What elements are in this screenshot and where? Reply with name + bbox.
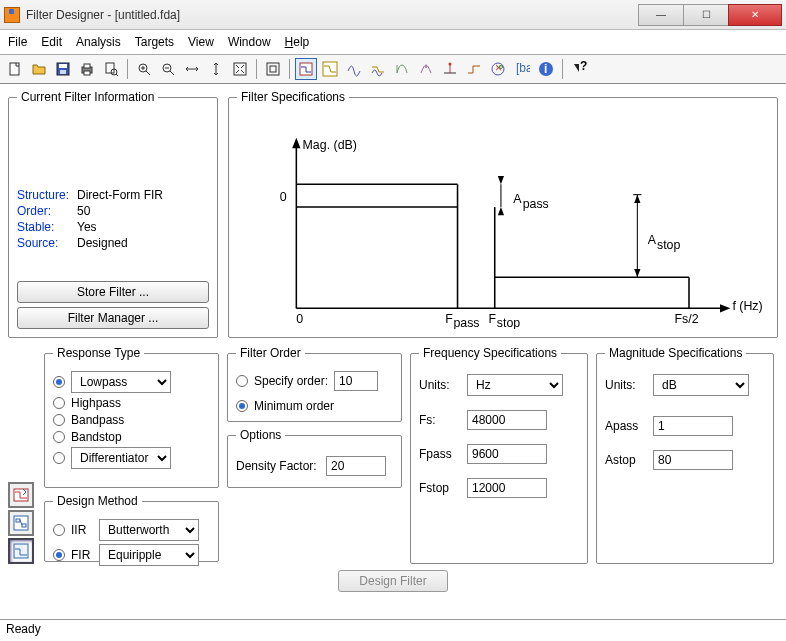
- minimize-button[interactable]: —: [638, 4, 684, 26]
- svg-rect-7: [106, 63, 114, 73]
- magnitude-spec-group: Magnitude Specifications Units:dB Apass …: [596, 346, 774, 564]
- store-filter-button[interactable]: Store Filter ...: [17, 281, 209, 303]
- zoom-in-icon[interactable]: [133, 58, 155, 80]
- menu-edit[interactable]: Edit: [41, 35, 62, 49]
- cfi-legend: Current Filter Information: [17, 90, 158, 104]
- cfi-structure-value: Direct-Form FIR: [77, 188, 163, 202]
- mag-response-icon[interactable]: [319, 58, 341, 80]
- step-response-icon[interactable]: [463, 58, 485, 80]
- new-icon[interactable]: [4, 58, 26, 80]
- dm-legend: Design Method: [53, 494, 142, 508]
- phase-response-icon[interactable]: [343, 58, 365, 80]
- info-icon[interactable]: i: [535, 58, 557, 80]
- svg-marker-37: [720, 304, 730, 312]
- statusbar: Ready: [0, 619, 786, 641]
- rt-lowpass-radio[interactable]: [53, 376, 65, 388]
- maximize-button[interactable]: ☐: [683, 4, 729, 26]
- coeff-icon[interactable]: [ba]: [511, 58, 533, 80]
- design-filter-button[interactable]: Design Filter: [338, 570, 448, 592]
- impulse-response-icon[interactable]: [439, 58, 461, 80]
- phase-delay-icon[interactable]: [415, 58, 437, 80]
- rt-lowpass-select[interactable]: Lowpass: [71, 371, 171, 393]
- rt-bandstop-label: Bandstop: [71, 430, 122, 444]
- fs-units-label: Units:: [419, 378, 461, 392]
- dm-iir-select[interactable]: Butterworth: [99, 519, 199, 541]
- svg-line-11: [146, 71, 150, 75]
- fs-fpass-input[interactable]: [467, 444, 547, 464]
- fo-order-input[interactable]: [334, 371, 378, 391]
- menu-targets[interactable]: Targets: [135, 35, 174, 49]
- panel-icon-import[interactable]: [8, 482, 34, 508]
- group-delay-icon[interactable]: [391, 58, 413, 80]
- ms-apass-label: Apass: [605, 419, 647, 433]
- full-view-icon[interactable]: [262, 58, 284, 80]
- dm-iir-radio[interactable]: [53, 524, 65, 536]
- cfi-order-label: Order:: [17, 204, 77, 218]
- svg-text:?: ?: [580, 61, 587, 73]
- print-preview-icon[interactable]: [100, 58, 122, 80]
- rt-highpass-radio[interactable]: [53, 397, 65, 409]
- close-button[interactable]: ✕: [728, 4, 782, 26]
- save-icon[interactable]: [52, 58, 74, 80]
- zoom-x-icon[interactable]: [181, 58, 203, 80]
- svg-text:A: A: [648, 233, 657, 247]
- panel-icon-design[interactable]: [8, 538, 34, 564]
- zoom-fit-icon[interactable]: [229, 58, 251, 80]
- opt-density-input[interactable]: [326, 456, 386, 476]
- opt-density-label: Density Factor:: [236, 459, 320, 473]
- spec-legend: Filter Specifications: [237, 90, 349, 104]
- svg-rect-6: [84, 71, 90, 75]
- frequency-spec-group: Frequency Specifications Units:Hz Fs: Fp…: [410, 346, 588, 564]
- print-icon[interactable]: [76, 58, 98, 80]
- ms-apass-input[interactable]: [653, 416, 733, 436]
- rt-bandpass-radio[interactable]: [53, 414, 65, 426]
- menubar: File Edit Analysis Targets View Window H…: [0, 30, 786, 54]
- design-method-group: Design Method IIRButterworth FIREquiripp…: [44, 494, 219, 562]
- menu-view[interactable]: View: [188, 35, 214, 49]
- svg-text:pass: pass: [453, 316, 479, 329]
- svg-marker-35: [292, 138, 300, 148]
- svg-rect-19: [270, 66, 276, 72]
- filter-manager-button[interactable]: Filter Manager ...: [17, 307, 209, 329]
- svg-marker-48: [634, 195, 640, 203]
- rt-bandstop-radio[interactable]: [53, 431, 65, 443]
- pole-zero-icon[interactable]: ×: [487, 58, 509, 80]
- context-help-icon[interactable]: ?: [568, 58, 590, 80]
- ms-astop-input[interactable]: [653, 450, 733, 470]
- rt-diff-select[interactable]: Differentiator: [71, 447, 171, 469]
- menu-file[interactable]: File: [8, 35, 27, 49]
- ms-units-select[interactable]: dB: [653, 374, 749, 396]
- fs-fstop-label: Fstop: [419, 481, 461, 495]
- svg-text:pass: pass: [523, 197, 549, 211]
- ms-legend: Magnitude Specifications: [605, 346, 746, 360]
- zoom-y-icon[interactable]: [205, 58, 227, 80]
- svg-text:Mag. (dB): Mag. (dB): [303, 138, 357, 152]
- svg-rect-5: [84, 64, 90, 68]
- dm-fir-radio[interactable]: [53, 549, 65, 561]
- open-icon[interactable]: [28, 58, 50, 80]
- menu-help[interactable]: Help: [285, 35, 310, 49]
- menu-analysis[interactable]: Analysis: [76, 35, 121, 49]
- cfi-stable-value: Yes: [77, 220, 97, 234]
- menu-window[interactable]: Window: [228, 35, 271, 49]
- fo-minimum-radio[interactable]: [236, 400, 248, 412]
- filter-spec-icon[interactable]: [295, 58, 317, 80]
- mag-phase-icon[interactable]: [367, 58, 389, 80]
- zoom-out-icon[interactable]: [157, 58, 179, 80]
- fs-fs-input[interactable]: [467, 410, 547, 430]
- panel-icon-multirate[interactable]: [8, 510, 34, 536]
- rt-bandpass-label: Bandpass: [71, 413, 124, 427]
- svg-marker-46: [498, 207, 504, 215]
- window-title: Filter Designer - [untitled.fda]: [26, 8, 639, 22]
- svg-text:stop: stop: [657, 238, 681, 252]
- svg-text:Fs/2: Fs/2: [675, 312, 699, 326]
- svg-text:0: 0: [296, 312, 303, 326]
- dm-fir-select[interactable]: Equiripple: [99, 544, 199, 566]
- fo-specify-radio[interactable]: [236, 375, 248, 387]
- svg-text:stop: stop: [497, 316, 521, 329]
- spec-plot: Mag. (dB) 0 0 Fpass Fstop Fs/2 f (Hz) Ap…: [237, 112, 769, 329]
- rt-diff-radio[interactable]: [53, 452, 65, 464]
- fs-fstop-input[interactable]: [467, 478, 547, 498]
- fs-units-select[interactable]: Hz: [467, 374, 563, 396]
- dm-fir-label: FIR: [71, 548, 93, 562]
